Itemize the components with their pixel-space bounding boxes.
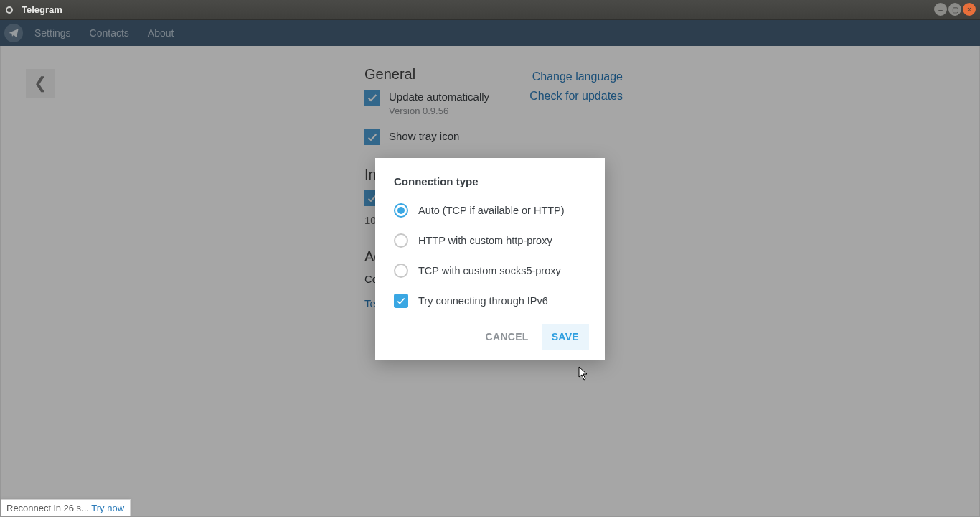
reconnect-text: Reconnect in 26 s...	[6, 503, 91, 513]
minimize-button[interactable]: –	[934, 3, 947, 16]
window-title: Telegram	[22, 4, 62, 15]
radio-option-socks5-proxy[interactable]: TCP with custom socks5-proxy	[394, 264, 589, 278]
dialog-actions: CANCEL SAVE	[394, 324, 589, 350]
os-titlebar: Telegram – ▢ ×	[0, 0, 980, 20]
radio-label: TCP with custom socks5-proxy	[418, 265, 561, 276]
app-indicator-icon	[6, 6, 13, 14]
radio-label: HTTP with custom http-proxy	[418, 235, 552, 246]
radio-label: Auto (TCP if available or HTTP)	[418, 205, 565, 216]
close-button[interactable]: ×	[963, 3, 976, 16]
radio-icon	[394, 264, 408, 278]
reconnect-toast: Reconnect in 26 s... Try now	[1, 499, 131, 516]
try-now-link[interactable]: Try now	[91, 503, 124, 513]
radio-icon	[394, 203, 408, 218]
maximize-button[interactable]: ▢	[948, 3, 961, 16]
checkbox-label: Try connecting through IPv6	[418, 295, 548, 307]
checkbox-ipv6[interactable]: Try connecting through IPv6	[394, 294, 589, 308]
radio-option-http-proxy[interactable]: HTTP with custom http-proxy	[394, 233, 589, 248]
window-controls: – ▢ ×	[934, 3, 976, 16]
save-button[interactable]: SAVE	[542, 324, 589, 350]
radio-icon	[394, 233, 408, 248]
checkbox-icon	[394, 294, 408, 308]
connection-type-dialog: Connection type Auto (TCP if available o…	[375, 158, 605, 360]
radio-option-auto[interactable]: Auto (TCP if available or HTTP)	[394, 203, 589, 218]
cancel-button[interactable]: CANCEL	[476, 324, 539, 350]
dialog-title: Connection type	[394, 175, 589, 187]
